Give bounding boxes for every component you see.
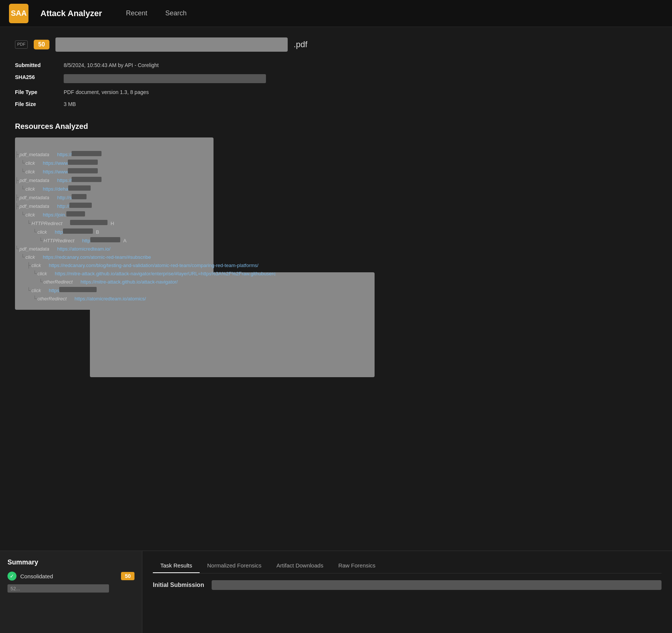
filesize-label: File Size bbox=[15, 98, 64, 110]
redacted-url-11 bbox=[90, 237, 120, 242]
initial-submission-bar bbox=[212, 580, 662, 590]
filesize-value: 3 MB bbox=[64, 98, 657, 110]
redacted-url-1 bbox=[72, 151, 102, 156]
redacted-url-2 bbox=[68, 160, 98, 165]
results-panel: Task Results Normalized Forensics Artifa… bbox=[142, 551, 672, 633]
redacted-url-8 bbox=[66, 211, 85, 216]
tree-item-3: └ click → https://www bbox=[15, 168, 657, 175]
file-icon-wrapper: PDF bbox=[15, 40, 28, 48]
initial-submission-label: Initial Submission bbox=[153, 582, 204, 588]
consolidated-row: ✓ Consolidated 50 bbox=[7, 572, 134, 581]
bottom-panel: Summary ✓ Consolidated 50 52... Task Res… bbox=[0, 551, 672, 633]
tree-item-18: └ otherRedirect → https://atomicredteam.… bbox=[15, 296, 657, 302]
tree-item-9: └ HTTPRedirect → H bbox=[15, 220, 657, 226]
resources-tree: ! PDF ├ pdf_metadata → https:// └ click … bbox=[15, 137, 657, 302]
file-name-redacted bbox=[55, 37, 288, 52]
submitted-value: 8/5/2024, 10:50:43 AM by API - Corelight bbox=[64, 59, 657, 71]
tree-item-10: └ click → http B bbox=[15, 228, 657, 235]
submitted-label: Submitted bbox=[15, 59, 64, 71]
redacted-url-7 bbox=[69, 203, 92, 208]
nav-recent[interactable]: Recent bbox=[123, 8, 150, 19]
summary-panel: Summary ✓ Consolidated 50 52... bbox=[0, 551, 142, 633]
redacted-url-4 bbox=[72, 177, 102, 182]
redacted-url-17 bbox=[59, 287, 97, 292]
app-title: Attack Analyzer bbox=[40, 9, 102, 18]
redacted-url-5 bbox=[68, 185, 91, 191]
tab-artifact-downloads[interactable]: Artifact Downloads bbox=[269, 558, 331, 573]
app-header: SAA Attack Analyzer Recent Search bbox=[0, 0, 672, 27]
file-meta-table: Submitted 8/5/2024, 10:50:43 AM by API -… bbox=[15, 59, 657, 110]
summary-sub-text: 52... bbox=[7, 584, 23, 593]
tree-item-2: └ click → https://www bbox=[15, 160, 657, 166]
tabs-row: Task Results Normalized Forensics Artifa… bbox=[153, 558, 662, 573]
file-extension: .pdf bbox=[294, 40, 308, 49]
filetype-label: File Type bbox=[15, 86, 64, 98]
tree-item-6: ├ pdf_metadata → http://s bbox=[15, 194, 657, 200]
tab-raw-forensics[interactable]: Raw Forensics bbox=[331, 558, 383, 573]
tree-item-12: └ pdf_metadata → https://atomicredteam.i… bbox=[15, 246, 657, 252]
check-icon: ✓ bbox=[7, 572, 16, 581]
filetype-value: PDF document, version 1.3, 8 pages bbox=[64, 86, 657, 98]
consolidated-score: 50 bbox=[121, 572, 134, 580]
main-content: PDF 50 .pdf Submitted 8/5/2024, 10:50:43… bbox=[0, 27, 672, 402]
resources-title: Resources Analyzed bbox=[15, 122, 657, 131]
nav-search[interactable]: Search bbox=[162, 8, 190, 19]
tree-item-8: └ click → https://join. bbox=[15, 211, 657, 218]
tree-item-4: ├ pdf_metadata → https:// bbox=[15, 177, 657, 183]
sha-label: SHA256 bbox=[15, 71, 64, 86]
tab-task-results[interactable]: Task Results bbox=[153, 558, 200, 573]
file-header: PDF 50 .pdf bbox=[15, 37, 657, 52]
sha-value bbox=[64, 71, 657, 86]
score-badge: 50 bbox=[34, 40, 49, 49]
tree-item-17: └ click → https bbox=[15, 287, 657, 293]
tree-item-16: └ otherRedirect → https://mitre-attack.g… bbox=[15, 279, 657, 285]
tree-item-5: └ click → https://deha bbox=[15, 185, 657, 192]
initial-submission-row: Initial Submission bbox=[153, 580, 662, 590]
redacted-url-9 bbox=[70, 220, 108, 225]
tree-body: ├ pdf_metadata → https:// └ click → http… bbox=[15, 151, 657, 302]
sha-redacted bbox=[64, 74, 266, 83]
redacted-url-6 bbox=[72, 194, 87, 199]
tree-item-15: └ click → https://mitre-attack.github.io… bbox=[15, 270, 657, 276]
file-type-icon: PDF bbox=[15, 40, 28, 48]
tab-normalized-forensics[interactable]: Normalized Forensics bbox=[200, 558, 269, 573]
consolidated-label: Consolidated bbox=[20, 573, 117, 579]
tree-item-7: ├ pdf_metadata → http:// bbox=[15, 203, 657, 209]
tree-item-13: └ click → https://redcanary.com/atomic-r… bbox=[15, 254, 657, 260]
tree-item-1: ├ pdf_metadata → https:// bbox=[15, 151, 657, 157]
app-logo: SAA bbox=[9, 4, 28, 23]
summary-sub-bar: 52... bbox=[7, 584, 109, 593]
redacted-url-3 bbox=[68, 168, 98, 173]
tree-item-11: └ HTTPRedirect → http A bbox=[15, 237, 657, 243]
tree-item-14: ├ click → https://redcanary.com/blog/tes… bbox=[15, 262, 657, 268]
summary-title: Summary bbox=[7, 558, 134, 566]
redacted-url-10 bbox=[63, 228, 93, 234]
